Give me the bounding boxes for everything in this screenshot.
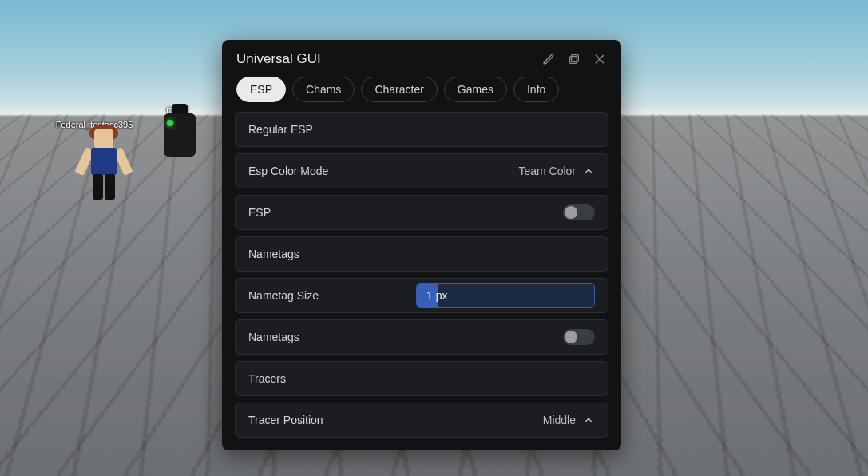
chevron-up-icon	[582, 414, 595, 426]
gui-panel[interactable]: Universal GUI ESP Chams Character Games …	[222, 40, 621, 450]
option-nametag-size: Nametag Size 1 px	[235, 278, 608, 313]
option-label: Nametag Size	[248, 289, 319, 302]
gui-title: Universal GUI	[236, 51, 541, 67]
section-label: Regular ESP	[248, 123, 313, 136]
section-label: Tracers	[248, 372, 286, 385]
tab-info[interactable]: Info	[513, 77, 559, 102]
toggle-nametags[interactable]	[563, 329, 595, 345]
option-tracer-position[interactable]: Tracer Position Middle	[235, 403, 608, 438]
world-nametag: moral	[166, 105, 188, 114]
option-label: ESP	[248, 206, 271, 219]
tab-character[interactable]: Character	[361, 77, 437, 102]
option-label: Nametags	[248, 331, 299, 343]
option-value: Middle	[543, 414, 576, 426]
pencil-icon[interactable]	[541, 52, 556, 66]
svg-rect-1	[570, 57, 577, 64]
section-nametags: Nametags	[235, 236, 608, 272]
world-nametag: Federal_testacc395	[56, 120, 133, 129]
options-list: Regular ESP Esp Color Mode Team Color ES…	[222, 112, 621, 450]
option-label: Tracer Position	[248, 414, 323, 426]
tab-bar: ESP Chams Character Games Info	[222, 77, 621, 112]
slider-nametag-size[interactable]: 1 px	[416, 283, 595, 308]
tab-esp[interactable]: ESP	[236, 77, 286, 102]
section-label: Nametags	[248, 248, 299, 260]
chevron-up-icon	[582, 165, 595, 177]
svg-rect-0	[572, 55, 579, 62]
option-nametags-toggle: Nametags	[235, 319, 608, 355]
section-regular-esp: Regular ESP	[235, 112, 608, 147]
toggle-esp[interactable]	[563, 204, 595, 220]
gui-header[interactable]: Universal GUI	[222, 40, 621, 77]
section-tracers: Tracers	[235, 361, 608, 396]
close-icon[interactable]	[593, 52, 607, 66]
option-label: Esp Color Mode	[248, 165, 328, 177]
option-esp-toggle: ESP	[235, 195, 608, 230]
tab-games[interactable]: Games	[444, 77, 507, 102]
maximize-icon[interactable]	[567, 52, 581, 66]
tab-chams[interactable]: Chams	[292, 77, 355, 102]
option-value: Team Color	[518, 165, 576, 177]
slider-value-text: 1 px	[417, 289, 447, 302]
option-esp-color-mode[interactable]: Esp Color Mode Team Color	[235, 153, 608, 188]
